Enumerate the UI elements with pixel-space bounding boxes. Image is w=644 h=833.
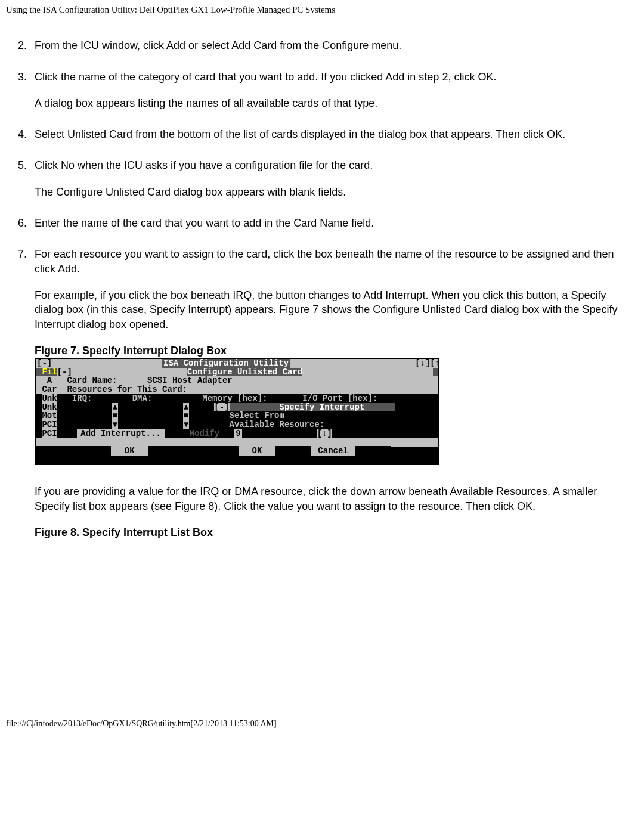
close-icon[interactable]: [-]: [214, 403, 229, 412]
card-name-value: SCSI Host Adapter: [147, 376, 233, 385]
dos-resources-row: Car Resources for This Card:: [36, 385, 438, 394]
page-footer-path: file:///C|/infodev/2013/eDoc/OpGX1/SQRG/…: [0, 719, 644, 735]
step-text: Select Unlisted Card from the bottom of …: [35, 127, 634, 141]
dos-footer-bar: [36, 456, 438, 465]
dos-titlebar: [-] ISA Configuration Utility [↓][↑]: [36, 359, 438, 368]
step-number: 2.: [18, 38, 27, 52]
side-label-pci: PCI: [42, 429, 57, 438]
step-text: Enter the name of the card that you want…: [35, 216, 634, 230]
arrow-down-icon[interactable]: ▼: [183, 420, 189, 429]
step-text: From the ICU window, click Add or select…: [35, 38, 634, 52]
scroll-down-icon[interactable]: [↓]: [317, 429, 332, 438]
dos-addint-row: PCI Add Interrupt... Modify 9 [↓]: [36, 429, 438, 438]
step-number: 6.: [18, 216, 27, 230]
page-header-title: Using the ISA Configuration Utility: Del…: [0, 0, 644, 16]
step-number: 3.: [18, 70, 27, 84]
block-icon: ■: [112, 411, 118, 420]
memory-label: Memory [hex]:: [202, 394, 267, 403]
card-name-label: Card Name:: [67, 376, 117, 385]
close-icon[interactable]: [-]: [37, 359, 52, 368]
step-text: A dialog box appears listing the names o…: [35, 96, 634, 110]
dos-title: ISA Configuration Utility: [162, 359, 290, 368]
step-6: 6. Enter the name of the card that you w…: [33, 216, 634, 230]
fil-label: Fil: [42, 368, 57, 377]
dos-specify-row: Unk ▲ ▲ [-] Specify Interrupt: [36, 403, 438, 412]
side-label-mot: Mot: [42, 411, 57, 420]
arrow-up-icon[interactable]: ▲: [112, 403, 118, 412]
step-number: 5.: [18, 158, 27, 172]
dos-selectfrom-row: Mot ■ ■ Select From: [36, 411, 438, 420]
modify-button: Modify: [190, 429, 225, 438]
selected-value[interactable]: 9: [234, 429, 242, 438]
dos-subtitle: Configure Unlisted Card: [187, 368, 302, 377]
close-icon[interactable]: [-]: [57, 368, 72, 377]
ok-button[interactable]: OK: [239, 446, 275, 456]
dos-spacer: [36, 438, 438, 447]
available-resource-label: Available Resource:: [229, 420, 324, 429]
step-2: 2. From the ICU window, click Add or sel…: [33, 38, 634, 52]
figure-7-title: Figure 7. Specify Interrupt Dialog Box: [35, 343, 634, 358]
figure-8-title: Figure 8. Specify Interrupt List Box: [35, 525, 634, 540]
step-7: 7. For each resource you want to assign …: [33, 247, 634, 540]
ok-button[interactable]: OK: [111, 446, 148, 456]
dos-subtitlebar: Fil[-] Configure Unlisted Card: [36, 368, 438, 377]
step-text: For each resource you want to assign to …: [35, 247, 634, 276]
step-text: The Configure Unlisted Card dialog box a…: [35, 185, 634, 199]
cancel-button[interactable]: Cancel: [311, 446, 355, 456]
step-text: For example, if you click the box beneat…: [35, 288, 634, 332]
specify-interrupt-title: Specify Interrupt: [280, 403, 365, 412]
step-text: Click the name of the category of card t…: [35, 70, 634, 84]
scroll-hint-icon: [↓][↑]: [415, 359, 438, 368]
dma-label: DMA:: [132, 394, 153, 403]
dos-cardname-row: A Card Name: SCSI Host Adapter: [36, 376, 438, 385]
step-number: 4.: [18, 127, 27, 141]
side-label-pci: PCI: [42, 420, 57, 429]
step-number: 7.: [18, 247, 27, 261]
side-label-a: A: [47, 376, 52, 385]
steps-list: 2. From the ICU window, click Add or sel…: [10, 38, 634, 540]
arrow-up-icon[interactable]: ▲: [183, 403, 189, 412]
step-3: 3. Click the name of the category of car…: [33, 70, 634, 111]
figure-7-dos-screen: [-] ISA Configuration Utility [↓][↑] Fil…: [35, 358, 439, 465]
dos-buttons-row: OK OK Cancel: [36, 446, 391, 456]
irq-label: IRQ:: [72, 394, 92, 403]
side-label-car: Car: [42, 385, 57, 394]
after-figure-paragraph: If you are providing a value for the IRQ…: [35, 484, 634, 513]
dos-available-row: PCI ▼ ▼ Available Resource:: [36, 420, 438, 429]
side-label-unk: Unk: [42, 403, 57, 412]
dos-headers-row: Unk IRQ: DMA: Memory [hex]: I/O Port [he…: [36, 394, 438, 403]
add-interrupt-button[interactable]: Add Interrupt...: [77, 429, 164, 438]
arrow-down-icon[interactable]: ▼: [112, 420, 118, 429]
step-5: 5. Click No when the ICU asks if you hav…: [33, 158, 634, 199]
step-text: Click No when the ICU asks if you have a…: [35, 158, 634, 172]
select-from-label: Select From: [229, 411, 284, 420]
resources-label: Resources for This Card:: [67, 385, 187, 394]
block-icon: ■: [183, 411, 189, 420]
io-port-label: I/O Port [hex]:: [302, 394, 377, 403]
step-4: 4. Select Unlisted Card from the bottom …: [33, 127, 634, 141]
side-label-unk: Unk: [42, 394, 57, 403]
